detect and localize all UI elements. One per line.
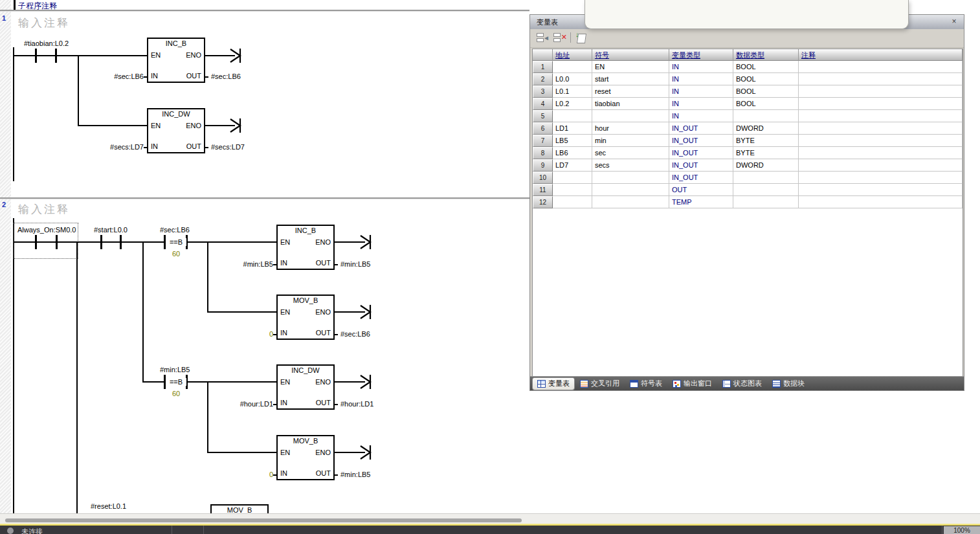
operand-label[interactable]: #min:LB5	[340, 471, 370, 478]
vt-cell[interactable]: EN	[592, 61, 669, 73]
vt-cell[interactable]: start	[592, 73, 669, 85]
vt-cell[interactable]	[799, 85, 963, 98]
vt-row-number[interactable]: 7	[533, 135, 553, 147]
insert-row-icon[interactable]: ◄	[537, 32, 550, 43]
operand-label[interactable]: #min:LB5	[221, 260, 273, 268]
vt-row-number[interactable]: 4	[533, 98, 553, 110]
vt-cell[interactable]	[799, 159, 963, 172]
vt-row-number[interactable]: 6	[533, 122, 553, 135]
vt-header-3[interactable]: 变量类型	[669, 49, 733, 61]
vt-row-number[interactable]: 2	[533, 73, 553, 85]
tab-statuschart[interactable]: 状态图表	[718, 378, 766, 390]
network-1-title[interactable]: 输入注释	[18, 16, 70, 30]
vt-cell[interactable]	[799, 184, 963, 196]
vt-cell[interactable]	[799, 196, 963, 208]
vt-cell[interactable]: TEMP	[669, 196, 733, 208]
vt-cell[interactable]	[592, 184, 669, 196]
vt-cell[interactable]	[553, 61, 592, 73]
vt-cell[interactable]	[799, 98, 963, 110]
close-icon[interactable]: ×	[950, 17, 959, 26]
operand-label[interactable]: #min:LB5	[340, 260, 370, 268]
contact[interactable]	[120, 235, 122, 249]
vt-header-1[interactable]: 地址	[553, 49, 592, 61]
vt-cell[interactable]: min	[592, 135, 669, 147]
vt-cell[interactable]: IN_OUT	[669, 147, 733, 159]
vt-row-number[interactable]: 3	[533, 85, 553, 98]
contact[interactable]	[35, 235, 37, 249]
vt-cell[interactable]	[592, 196, 669, 208]
vt-cell[interactable]: DWORD	[733, 122, 799, 135]
vt-cell[interactable]	[799, 73, 963, 85]
horizontal-scrollbar[interactable]	[0, 513, 980, 524]
vt-cell[interactable]	[733, 184, 799, 196]
network-2-title[interactable]: 输入注释	[18, 202, 70, 217]
vt-cell[interactable]: BOOL	[733, 85, 799, 98]
vt-row-number[interactable]: 10	[533, 172, 553, 184]
function-block-inc-b[interactable]: INC_B EN ENO IN OUT	[276, 225, 335, 270]
vt-cell[interactable]: sec	[592, 147, 669, 159]
tab-crossref[interactable]: 交叉引用	[575, 378, 624, 390]
operand-label[interactable]: #hour:LD1	[221, 400, 273, 408]
vt-row-number[interactable]: 8	[533, 147, 553, 159]
vt-cell[interactable]: IN	[669, 98, 733, 110]
contact[interactable]	[56, 235, 58, 249]
operand-label[interactable]: #sec:LB6	[211, 72, 241, 80]
operand-label[interactable]: #sec:LB6	[92, 72, 144, 80]
export-icon[interactable]: ↓	[575, 32, 588, 43]
vt-header-5[interactable]: 注释	[799, 49, 963, 61]
vt-cell[interactable]: secs	[592, 159, 669, 172]
vt-cell[interactable]	[799, 172, 963, 184]
vt-cell[interactable]: IN_OUT	[669, 135, 733, 147]
vt-cell[interactable]: L0.0	[553, 73, 592, 85]
vt-header-2[interactable]: 符号	[592, 49, 669, 61]
vt-cell[interactable]	[799, 110, 963, 122]
vt-cell[interactable]: IN_OUT	[669, 122, 733, 135]
operand-constant[interactable]: 0	[221, 330, 273, 338]
vt-cell[interactable]: BYTE	[733, 135, 799, 147]
vt-cell[interactable]: hour	[592, 122, 669, 135]
operand-label[interactable]: #secs:LD7	[92, 143, 144, 151]
vt-cell[interactable]: IN	[669, 85, 733, 98]
compare-value[interactable]: 60	[167, 390, 185, 397]
vt-row-number[interactable]: 9	[533, 159, 553, 172]
vt-cell[interactable]: IN	[669, 73, 733, 85]
vt-cell[interactable]: tiaobian	[592, 98, 669, 110]
vt-row-number[interactable]: 1	[533, 61, 553, 73]
vt-cell[interactable]: L0.2	[553, 98, 592, 110]
contact[interactable]	[35, 49, 37, 63]
vt-cell[interactable]	[799, 122, 963, 135]
vt-cell[interactable]	[799, 135, 963, 147]
vt-cell[interactable]	[553, 184, 592, 196]
contact[interactable]	[100, 235, 102, 249]
operand-label[interactable]: #hour:LD1	[340, 400, 373, 408]
vt-cell[interactable]	[592, 110, 669, 122]
operand-label[interactable]: #secs:LD7	[211, 143, 245, 151]
vt-cell[interactable]: LB6	[553, 147, 592, 159]
operand-constant[interactable]: 0	[221, 471, 273, 478]
scrollbar-thumb[interactable]	[5, 518, 522, 522]
contact[interactable]	[55, 49, 57, 63]
function-block-inc-dw[interactable]: INC_DW EN ENO IN OUT	[147, 108, 205, 153]
vt-cell[interactable]: DWORD	[733, 159, 799, 172]
vt-cell[interactable]: IN	[669, 110, 733, 122]
delete-row-icon[interactable]: ✕	[553, 32, 566, 43]
vt-cell[interactable]	[553, 172, 592, 184]
vt-cell[interactable]: BOOL	[733, 61, 799, 73]
vt-cell[interactable]	[733, 196, 799, 208]
vt-row-number[interactable]: 11	[533, 184, 553, 196]
vt-cell[interactable]: BYTE	[733, 147, 799, 159]
vt-cell[interactable]	[553, 110, 592, 122]
vt-cell[interactable]: LB5	[553, 135, 592, 147]
zoom-level[interactable]: 100%	[944, 526, 980, 534]
vt-cell[interactable]: OUT	[669, 184, 733, 196]
tab-vartable[interactable]: 变量表	[533, 378, 574, 390]
vt-cell[interactable]: BOOL	[733, 98, 799, 110]
operand-label[interactable]: #sec:LB6	[340, 330, 370, 338]
vt-row-number[interactable]: 12	[533, 196, 553, 208]
vt-cell[interactable]	[553, 196, 592, 208]
vt-cell[interactable]: BOOL	[733, 73, 799, 85]
tab-symtable[interactable]: 符号表	[625, 378, 667, 390]
function-block-mov-b[interactable]: MOV_B EN ENO IN OUT	[276, 295, 335, 340]
vt-cell[interactable]: LD7	[553, 159, 592, 172]
function-block-inc-dw[interactable]: INC_DW EN ENO IN OUT	[276, 364, 335, 410]
